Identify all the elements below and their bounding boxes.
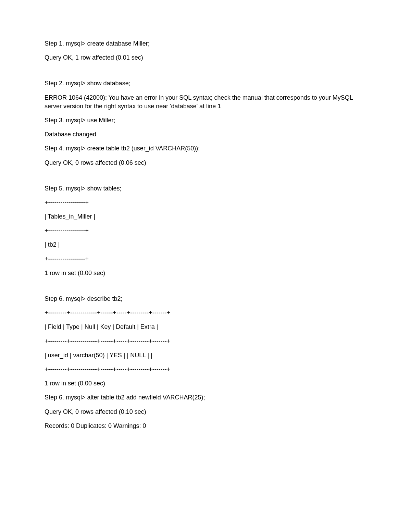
step-1-result: Query OK, 1 row affected (0.01 sec) — [45, 53, 366, 62]
step-5-result: 1 row in set (0.00 sec) — [45, 269, 366, 277]
blank-gap — [45, 283, 366, 295]
step-1-command: Step 1. mysql> create database Miller; — [45, 39, 366, 48]
step-4-result: Query OK, 0 rows affected (0.06 sec) — [45, 159, 366, 167]
step-5-command: Step 5. mysql> show tables; — [45, 184, 366, 193]
step-4-command: Step 4. mysql> create table tb2 (user_id… — [45, 144, 366, 153]
table-row: | user_id | varchar(50) | YES | | NULL |… — [45, 351, 366, 360]
step-2-error: ERROR 1064 (42000): You have an error in… — [45, 94, 366, 111]
table-border: +------------------+ — [45, 226, 366, 235]
step-3-result: Database changed — [45, 130, 366, 139]
table-border: +---------+-------------+------+-----+--… — [45, 337, 366, 346]
step-6b-command: Step 6. mysql> alter table tb2 add newfi… — [45, 393, 366, 402]
table-header: | Tables_in_Miller | — [45, 212, 366, 221]
step-2-command: Step 2. mysql> show database; — [45, 79, 366, 88]
step-6b-records: Records: 0 Duplicates: 0 Warnings: 0 — [45, 422, 366, 430]
step-6-result: 1 row in set (0.00 sec) — [45, 379, 366, 388]
table-border: +------------------+ — [45, 198, 366, 207]
blank-gap — [45, 173, 366, 184]
table-header: | Field | Type | Null | Key | Default | … — [45, 323, 366, 331]
table-row: | tb2 | — [45, 240, 366, 249]
table-border: +---------+-------------+------+-----+--… — [45, 365, 366, 374]
step-6-command: Step 6. mysql> describe tb2; — [45, 295, 366, 303]
table-border: +---------+-------------+------+-----+--… — [45, 309, 366, 317]
step-6b-result: Query OK, 0 rows affected (0.10 sec) — [45, 408, 366, 416]
step-3-command: Step 3. mysql> use Miller; — [45, 116, 366, 125]
table-border: +------------------+ — [45, 255, 366, 263]
blank-gap — [45, 67, 366, 79]
